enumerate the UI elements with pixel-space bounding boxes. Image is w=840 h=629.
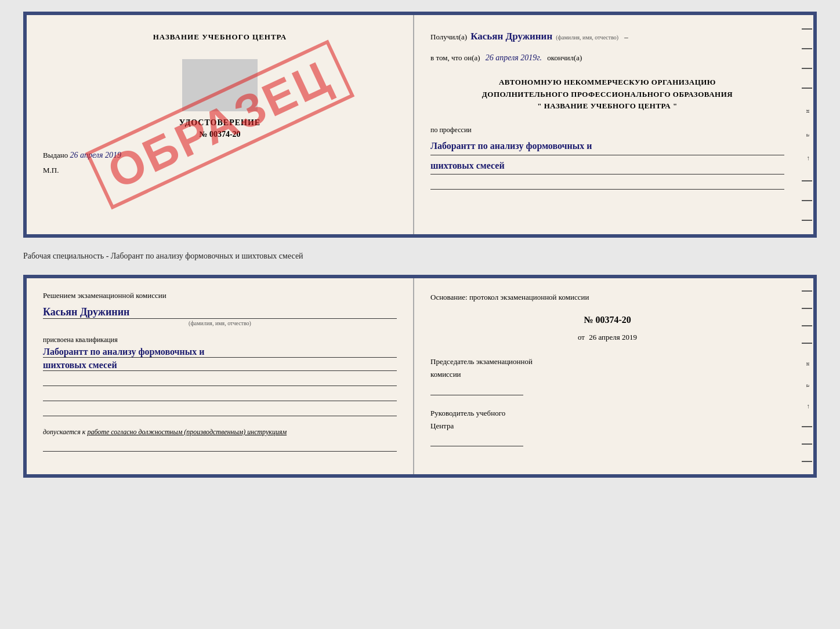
bottom-document: Решением экзаменационной комиссии Касьян… [23, 275, 817, 478]
org-line2: ДОПОЛНИТЕЛЬНОГО ПРОФЕССИОНАЛЬНОГО ОБРАЗО… [430, 89, 784, 101]
edge-mark [802, 220, 812, 221]
protocol-number: № 00374-20 [430, 312, 784, 328]
vydano-date: 26 апреля 2019 [70, 151, 121, 159]
edge-text-i2: и [802, 362, 812, 366]
bottom-left-content: Решением экзаменационной комиссии Касьян… [43, 291, 397, 452]
edge-mark [802, 461, 812, 462]
protocol-date-value: 26 апреля 2019 [589, 333, 637, 341]
osnov-title: Основание: протокол экзаменационной коми… [430, 291, 784, 304]
qual-line2: шихтовых смесей [43, 360, 397, 371]
bottom-panel-right: Основание: протокол экзаменационной коми… [414, 278, 801, 474]
field-line-1 [430, 178, 784, 190]
edge-text-k2: ← [802, 403, 812, 410]
edge-mark [802, 443, 812, 445]
dopuskaetsya-block: допускается к работе согласно должностны… [43, 428, 397, 437]
prisvoena-label: присвоена квалификация [43, 336, 397, 344]
right-edge-top: и а ← [801, 15, 813, 234]
vtom-line: в том, что он(а) 26 апреля 2019г. окончи… [430, 50, 784, 65]
field-line-5 [43, 440, 397, 452]
top-panel-left: НАЗВАНИЕ УЧЕБНОГО ЦЕНТРА УДОСТОВЕРЕНИЕ №… [27, 15, 414, 234]
org-center-name: " НАЗВАНИЕ УЧЕБНОГО ЦЕНТРА " [430, 100, 784, 112]
dopuskaetsya-label: допускается к [43, 428, 85, 436]
bottom-person-name: Касьян Дружинин [43, 306, 397, 319]
edge-mark [802, 88, 812, 89]
dopuskaetsya-text: работе согласно должностным (производств… [87, 428, 287, 436]
quote-open: " [537, 101, 542, 110]
field-line-3 [43, 390, 397, 401]
protocol-date: от 26 апреля 2019 [430, 331, 784, 344]
right-edge-bottom: и а ← [801, 278, 813, 474]
okonchil-label: окончил(а) [547, 53, 582, 62]
field-line-2 [43, 375, 397, 386]
edge-mark [802, 180, 812, 181]
middle-text: Рабочая специальность - Лаборант по анал… [23, 248, 817, 264]
mp-label: М.П. [43, 166, 397, 175]
org-block: АВТОНОМНУЮ НЕКОММЕРЧЕСКУЮ ОРГАНИЗАЦИЮ ДО… [430, 77, 784, 112]
resheniem-label: Решением экзаменационной комиссии [43, 291, 397, 300]
edge-mark [802, 308, 812, 309]
predsedatel-sig-line [430, 384, 523, 395]
edge-text-i: и [802, 110, 812, 113]
edge-mark [802, 200, 812, 201]
bottom-panel-left: Решением экзаменационной комиссии Касьян… [27, 278, 414, 474]
edge-text-a2: а [802, 384, 812, 387]
bottom-right-content: Основание: протокол экзаменационной коми… [430, 291, 784, 446]
org-name: НАЗВАНИЕ УЧЕБНОГО ЦЕНТРА [544, 101, 671, 110]
fio-label-top: (фамилия, имя, отчество) [556, 32, 618, 43]
edge-mark [802, 28, 812, 30]
predsedatel-line2: комиссии [430, 368, 784, 381]
rukovoditel-line1: Руководитель учебного [430, 407, 784, 420]
profession-block: по профессии Лаборантт по анализу формов… [430, 124, 784, 190]
edge-mark [802, 325, 812, 326]
rukovoditel-line2: Центра [430, 420, 784, 432]
po-professii-label: по профессии [430, 124, 784, 137]
edge-text-k: ← [802, 155, 812, 162]
dash-1: – [624, 30, 628, 43]
predsedatel-line1: Председатель экзаменационной [430, 355, 784, 368]
edge-mark [802, 426, 812, 427]
cert-vydano: Выдано 26 апреля 2019 [43, 151, 397, 160]
edge-mark [802, 290, 812, 292]
predsedatel-block: Председатель экзаменационной комиссии [430, 355, 784, 395]
top-panel-right: Получил(а) Касьян Дружинин (фамилия, имя… [414, 15, 801, 234]
profession-line2: шихтовых смесей [430, 158, 784, 175]
recipient-name: Касьян Дружинин [470, 28, 552, 46]
top-right-content: Получил(а) Касьян Дружинин (фамилия, имя… [430, 28, 784, 190]
resheniem-block: Решением экзаменационной комиссии Касьян… [43, 291, 397, 326]
cert-title: НАЗВАНИЕ УЧЕБНОГО ЦЕНТРА [43, 32, 397, 42]
cert-photo [182, 59, 258, 111]
rukovoditel-sig-line [430, 435, 523, 446]
field-line-4 [43, 405, 397, 416]
org-line1: АВТОНОМНУЮ НЕКОММЕРЧЕСКУЮ ОРГАНИЗАЦИЮ [430, 77, 784, 89]
vtom-label: в том, что он(а) [430, 53, 480, 62]
cert-number: № 00374-20 [43, 130, 397, 139]
edge-mark [802, 48, 812, 49]
vtom-date: 26 апреля 2019г. [486, 53, 542, 62]
edge-mark [802, 68, 812, 69]
rukovoditel-block: Руководитель учебного Центра [430, 407, 784, 446]
ot-label: от [578, 333, 585, 341]
qualification-block: присвоена квалификация Лаборантт по анал… [43, 336, 397, 416]
poluchil-line: Получил(а) Касьян Дружинин (фамилия, имя… [430, 28, 784, 46]
profession-line1: Лаборантт по анализу формовочных и [430, 138, 784, 155]
vydano-label: Выдано [43, 151, 68, 159]
top-document: НАЗВАНИЕ УЧЕБНОГО ЦЕНТРА УДОСТОВЕРЕНИЕ №… [23, 12, 817, 238]
cert-udost-label: УДОСТОВЕРЕНИЕ [43, 118, 397, 128]
edge-text-a: а [802, 134, 812, 137]
poluchil-label: Получил(а) [430, 30, 467, 43]
bottom-fio-label: (фамилия, имя, отчество) [43, 320, 397, 326]
edge-mark [802, 343, 812, 344]
qual-line1: Лаборантт по анализу формовочных и [43, 347, 397, 358]
quote-close: " [673, 101, 678, 110]
